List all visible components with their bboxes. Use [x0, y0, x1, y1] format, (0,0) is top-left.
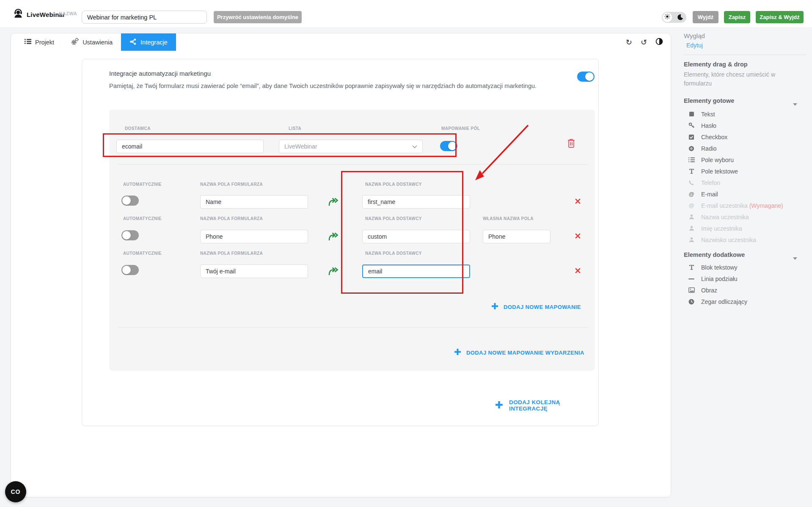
square-icon: [688, 111, 695, 117]
remove-mapping-icon-row-3[interactable]: [575, 267, 581, 274]
element-tekst[interactable]: Tekst: [684, 108, 806, 120]
project-list-icon: [25, 39, 31, 46]
provider-field-column-label: NAZWA POLA DOSTAWCY: [365, 182, 422, 187]
element-linia-podzialu[interactable]: Linia podziału: [684, 273, 806, 284]
element-radio[interactable]: Radio: [684, 143, 806, 154]
remove-mapping-icon-row-2[interactable]: [575, 233, 581, 240]
appearance-title: Wygląd: [684, 32, 806, 39]
form-field-input-row-3[interactable]: [200, 265, 308, 278]
text-icon: [688, 168, 695, 174]
provider-field-input-row-1[interactable]: [362, 195, 470, 209]
person-icon: [688, 226, 695, 231]
form-field-input-row-1[interactable]: [200, 195, 308, 209]
add-another-integration-button[interactable]: DODAJ KOLEJNĄ INTEGRACJĘ: [495, 399, 598, 412]
image-icon: [688, 287, 695, 293]
plus-icon: [491, 303, 498, 311]
element-email[interactable]: @ E-mail: [684, 188, 806, 200]
save-button[interactable]: Zapisz: [724, 11, 750, 23]
dragdrop-title: Elementy drag & drop: [684, 61, 806, 68]
required-badge: (Wymagane): [749, 202, 783, 209]
integration-master-toggle[interactable]: [577, 72, 595, 82]
key-icon: [688, 122, 695, 129]
save-and-exit-button[interactable]: Zapisz & Wyjdź: [756, 11, 804, 23]
chevron-down-icon: [793, 100, 797, 107]
auto-toggle-row-2[interactable]: [121, 230, 139, 240]
element-email-uczestnika: @ E-mail uczestnika (Wymagane): [684, 200, 806, 211]
clock-icon: [688, 299, 695, 305]
tab-bar: Projekt Ustawienia Integracje: [11, 33, 671, 51]
moon-icon: [677, 14, 683, 22]
section-ready-elements[interactable]: Elementy gotowe: [684, 97, 806, 104]
provider-field-column-label: NAZWA POLA DOSTAWCY: [365, 251, 422, 256]
list-select[interactable]: LiveWebinar: [279, 140, 423, 153]
element-nazwa-uczestnika: Nazwa uczestnika: [684, 211, 806, 223]
theme-toggle[interactable]: [662, 12, 686, 23]
brand: LiveWebinar: [13, 8, 65, 21]
element-pole-wyboru[interactable]: Pole wyboru: [684, 154, 806, 165]
element-haslo[interactable]: Hasło: [684, 120, 806, 131]
gears-icon: [71, 38, 79, 47]
own-name-input-row-2[interactable]: [483, 230, 551, 243]
list-select-value: LiveWebinar: [284, 143, 317, 150]
auto-toggle-row-3[interactable]: [121, 265, 139, 275]
provider-field-column-label: NAZWA POLA DOSTAWCY: [365, 216, 422, 221]
top-bar: LiveWebinar NAZWA Przywróć ustawienia do…: [0, 0, 812, 27]
integration-card: Integracje automatyzacji marketingu Pami…: [82, 59, 599, 426]
chevron-down-icon: [412, 143, 417, 150]
at-icon: @: [688, 203, 695, 208]
extra-elements-list: Blok tekstowy Linia podziału Obraz Zegar…: [684, 262, 806, 307]
element-nazwisko-uczestnika: Nazwisko uczestnika: [684, 234, 806, 245]
tab-ustawienia[interactable]: Ustawienia: [63, 33, 121, 51]
ready-elements-list: Tekst Hasło Checkbox Radio Pole wyboru P…: [684, 108, 806, 245]
webinar-name-input[interactable]: [82, 11, 207, 24]
name-label: NAZWA: [59, 11, 77, 16]
mapping-column-label: MAPOWANIE PÓL: [441, 126, 480, 131]
appearance-edit-link[interactable]: Edytuj: [686, 42, 703, 49]
element-blok-tekstowy[interactable]: Blok tekstowy: [684, 262, 806, 273]
restore-defaults-button[interactable]: Przywróć ustawienia domyślne: [214, 11, 302, 23]
chat-widget-badge[interactable]: CO: [5, 481, 26, 502]
add-new-mapping-button[interactable]: DODAJ NOWE MAPOWANIE: [491, 303, 581, 311]
map-arrow-icon: [328, 267, 339, 277]
element-zegar[interactable]: Zegar odliczający: [684, 296, 806, 307]
sun-icon: [664, 14, 670, 21]
plus-icon: [495, 401, 503, 411]
tab-label: Projekt: [35, 39, 54, 46]
exit-button[interactable]: Wyjdź: [693, 11, 718, 23]
remove-mapping-icon-row-1[interactable]: [575, 198, 581, 205]
integrations-network-icon: [129, 38, 137, 47]
element-pole-tekstowe[interactable]: Pole tekstowe: [684, 165, 806, 177]
right-sidebar: Wygląd Edytuj Elementy drag & drop Eleme…: [684, 32, 806, 307]
checkbox-icon: [688, 134, 695, 140]
text-icon: [688, 265, 695, 270]
field-mapping-toggle[interactable]: [440, 141, 457, 151]
section-description: Pamiętaj, że Twój formularz musi zawiera…: [109, 82, 558, 91]
provider-field-input-row-3-focused[interactable]: [362, 265, 470, 278]
element-checkbox[interactable]: Checkbox: [684, 131, 806, 143]
provider-input[interactable]: [116, 140, 264, 153]
list-icon: [688, 157, 695, 163]
list-column-label: LISTA: [289, 126, 301, 131]
add-new-event-mapping-button[interactable]: DODAJ NOWE MAPOWANIE WYDARZENIA: [454, 348, 584, 357]
undo-icon[interactable]: ↺: [641, 39, 647, 46]
provider-column-label: DOSTAWCA: [125, 126, 151, 131]
section-title: Integracje automatyzacji marketingu: [109, 70, 211, 77]
sidebar-divider: [684, 55, 806, 55]
auto-column-label: AUTOMATYCZNIE: [123, 182, 162, 187]
form-field-column-label: NAZWA POLA FORMULARZA: [200, 182, 263, 187]
tab-integracje[interactable]: Integracje: [121, 33, 176, 51]
tab-label: Ustawienia: [83, 39, 113, 46]
section-extra-elements[interactable]: Elementy dodatkowe: [684, 251, 806, 258]
element-obraz[interactable]: Obraz: [684, 284, 806, 296]
radio-icon: [688, 146, 695, 152]
tab-projekt[interactable]: Projekt: [16, 33, 63, 51]
map-arrow-icon: [328, 197, 339, 208]
contrast-icon[interactable]: [655, 38, 663, 47]
auto-column-label: AUTOMATYCZNIE: [123, 216, 162, 221]
auto-toggle-row-1[interactable]: [121, 196, 139, 206]
form-field-input-row-2[interactable]: [200, 230, 308, 243]
redo-icon[interactable]: ↻: [626, 39, 632, 46]
provider-field-input-row-2[interactable]: [362, 230, 470, 243]
hline-icon: [688, 276, 695, 282]
delete-integration-trash-icon[interactable]: [567, 138, 575, 150]
